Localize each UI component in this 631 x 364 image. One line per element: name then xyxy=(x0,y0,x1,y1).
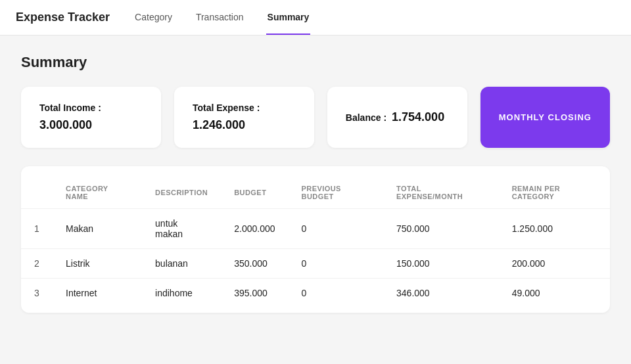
total-expense-label: Total Expense : xyxy=(193,102,296,113)
page-content: Summary Total Income : 3.000.000 Total E… xyxy=(0,35,631,331)
col-category-name: CATEGORY NAME xyxy=(53,179,142,209)
cell-previous-budget: 0 xyxy=(289,249,384,279)
nav-tabs: Category Transaction Summary xyxy=(133,0,310,35)
cell-remain-per-category: 49.000 xyxy=(499,279,610,308)
summary-table: CATEGORY NAME DESCRIPTION BUDGET PREVIOU… xyxy=(21,179,610,307)
col-remain-per-category: REMAIN PER CATEGORY xyxy=(499,179,610,209)
cell-category-name: Makan xyxy=(53,209,142,249)
cell-remain-per-category: 1.250.000 xyxy=(499,209,610,249)
tab-summary[interactable]: Summary xyxy=(266,0,311,35)
cell-description: untuk makan xyxy=(142,209,221,249)
tab-category[interactable]: Category xyxy=(133,0,174,35)
table-row: 3 Internet indihome 395.000 0 346.000 49… xyxy=(21,279,610,308)
cell-previous-budget: 0 xyxy=(289,209,384,249)
app-title: Expense Tracker xyxy=(16,11,110,24)
col-description: DESCRIPTION xyxy=(142,179,221,209)
total-expense-card: Total Expense : 1.246.000 xyxy=(174,87,314,148)
cell-description: bulanan xyxy=(142,249,221,279)
balance-card: Balance : 1.754.000 xyxy=(327,87,467,148)
table-row: 2 Listrik bulanan 350.000 0 150.000 200.… xyxy=(21,249,610,279)
cell-remain-per-category: 200.000 xyxy=(499,249,610,279)
cards-row: Total Income : 3.000.000 Total Expense :… xyxy=(21,87,610,148)
tab-transaction[interactable]: Transaction xyxy=(195,0,245,35)
cell-total-expense-month: 750.000 xyxy=(383,209,499,249)
cell-no: 3 xyxy=(21,279,53,308)
cell-budget: 2.000.000 xyxy=(221,209,288,249)
total-income-label: Total Income : xyxy=(39,102,143,113)
cell-description: indihome xyxy=(142,279,221,308)
cell-category-name: Listrik xyxy=(53,249,142,279)
cell-previous-budget: 0 xyxy=(289,279,384,308)
cell-budget: 350.000 xyxy=(221,249,288,279)
cell-category-name: Internet xyxy=(53,279,142,308)
cell-total-expense-month: 150.000 xyxy=(383,249,499,279)
balance-label: Balance : xyxy=(346,112,386,123)
summary-table-card: CATEGORY NAME DESCRIPTION BUDGET PREVIOU… xyxy=(21,166,610,313)
col-budget: BUDGET xyxy=(221,179,288,209)
monthly-closing-button[interactable]: MONTHLY CLOSING xyxy=(480,87,610,148)
cell-no: 2 xyxy=(21,249,53,279)
table-row: 1 Makan untuk makan 2.000.000 0 750.000 … xyxy=(21,209,610,249)
cell-total-expense-month: 346.000 xyxy=(383,279,499,308)
cell-budget: 395.000 xyxy=(221,279,288,308)
header: Expense Tracker Category Transaction Sum… xyxy=(0,0,631,35)
page-title: Summary xyxy=(21,54,610,71)
table-header-row: CATEGORY NAME DESCRIPTION BUDGET PREVIOU… xyxy=(21,179,610,209)
total-expense-value: 1.246.000 xyxy=(193,118,296,132)
balance-value: 1.754.000 xyxy=(392,110,444,124)
col-previous-budget: PREVIOUS BUDGET xyxy=(289,179,384,209)
cell-no: 1 xyxy=(21,209,53,249)
total-income-card: Total Income : 3.000.000 xyxy=(21,87,161,148)
col-total-expense-month: TOTAL EXPENSE/MONTH xyxy=(383,179,499,209)
col-no xyxy=(21,179,53,209)
total-income-value: 3.000.000 xyxy=(39,118,143,132)
